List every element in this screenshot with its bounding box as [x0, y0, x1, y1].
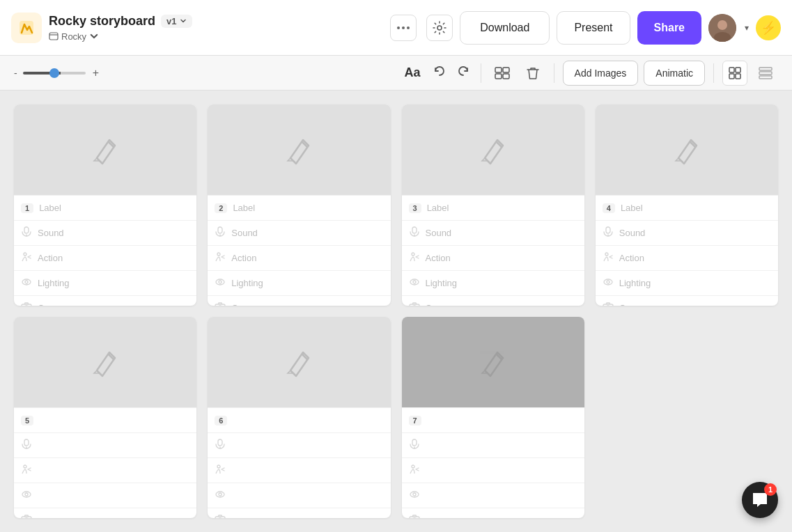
version-badge[interactable]: v1	[161, 15, 192, 28]
field-sound[interactable]	[14, 432, 196, 457]
field-sound[interactable]: Sound	[208, 220, 390, 245]
card-fields: 5	[14, 407, 196, 518]
add-images-button[interactable]: Add Images	[563, 61, 639, 86]
avatar[interactable]	[708, 14, 736, 42]
card-image	[402, 104, 584, 195]
field-sound[interactable]	[208, 432, 390, 457]
grid-view-button[interactable]	[753, 61, 778, 86]
field-label[interactable]: 1 Label	[14, 195, 196, 220]
field-camera[interactable]: Camera	[402, 295, 584, 306]
font-button[interactable]: Aa	[401, 63, 425, 83]
avatar-caret[interactable]: ▾	[745, 23, 749, 33]
field-lighting[interactable]	[208, 483, 390, 508]
svg-rect-53	[606, 227, 610, 233]
more-menu-button[interactable]	[390, 15, 417, 41]
eye-icon	[603, 276, 614, 290]
eye-icon	[409, 489, 420, 503]
share-button[interactable]: Share	[637, 11, 701, 45]
storyboard-card-4[interactable]: 4 Label Sound Action Lighting	[596, 104, 778, 306]
camera-icon	[409, 302, 420, 306]
svg-point-37	[218, 306, 222, 306]
trash-button[interactable]	[520, 61, 545, 86]
list-view-button[interactable]	[722, 61, 747, 86]
field-sound[interactable]: Sound	[14, 220, 196, 245]
field-lighting[interactable]: Lighting	[596, 270, 778, 295]
storyboard-card-6[interactable]: 6	[208, 317, 390, 518]
zoom-out-button[interactable]: -	[14, 68, 17, 79]
svg-point-78	[216, 492, 224, 497]
storyboard-card-2[interactable]: 2 Label Sound Action Lighting	[208, 104, 390, 306]
redo-button[interactable]	[454, 62, 472, 84]
microphone-icon	[409, 226, 420, 240]
field-action[interactable]: Action	[208, 245, 390, 270]
download-button[interactable]: Download	[460, 11, 550, 45]
field-camera[interactable]: Camera	[208, 295, 390, 306]
action-icon	[603, 251, 614, 265]
field-sound[interactable]: Sound	[596, 220, 778, 245]
chat-bubble-button[interactable]: 1	[742, 482, 778, 518]
svg-rect-9	[495, 68, 502, 72]
storyboard-card-7[interactable]: 7	[402, 317, 584, 518]
field-lighting[interactable]	[14, 483, 196, 508]
field-camera[interactable]	[208, 508, 390, 518]
svg-point-89	[410, 492, 419, 497]
field-camera[interactable]	[14, 508, 196, 518]
settings-button[interactable]	[426, 15, 453, 41]
field-label[interactable]: 7	[402, 407, 584, 432]
svg-point-35	[219, 281, 222, 283]
svg-rect-11	[495, 74, 502, 79]
svg-point-88	[412, 465, 414, 468]
header: Rocky storyboard v1 Rocky Download Prese…	[0, 0, 792, 56]
field-label[interactable]: 3 Label	[402, 195, 584, 220]
field-action[interactable]	[208, 457, 390, 483]
camera-icon	[21, 514, 32, 519]
field-lighting[interactable]: Lighting	[208, 270, 390, 295]
svg-point-66	[24, 465, 26, 468]
field-label[interactable]: 4 Label	[596, 195, 778, 220]
field-camera[interactable]	[402, 508, 584, 518]
zoom-slider[interactable]	[23, 72, 86, 75]
project-nav[interactable]: Rocky	[49, 31, 192, 42]
field-lighting[interactable]: Lighting	[402, 270, 584, 295]
storyboard-card-5[interactable]: 5	[14, 317, 196, 518]
undo-button[interactable]	[430, 62, 449, 84]
storyboard-card-1[interactable]: 1 Label Sound Action Lighting	[14, 104, 196, 306]
field-camera[interactable]: Camera	[14, 295, 196, 306]
field-action[interactable]: Action	[596, 245, 778, 270]
field-lighting[interactable]: Lighting	[14, 270, 196, 295]
field-sound[interactable]: Sound	[402, 220, 584, 245]
svg-point-2	[397, 26, 400, 29]
eye-icon	[21, 489, 32, 503]
field-sound[interactable]	[402, 432, 584, 457]
storyboard-card-3[interactable]: 3 Label Sound Action Lighting	[402, 104, 584, 306]
pencil-icon	[88, 345, 122, 379]
microphone-icon	[215, 439, 226, 453]
svg-point-81	[218, 518, 222, 519]
title-area: Rocky storyboard v1 Rocky	[49, 14, 192, 42]
zoom-in-button[interactable]: +	[93, 67, 99, 79]
field-lighting[interactable]	[402, 483, 584, 508]
pencil-icon	[476, 345, 510, 379]
camera-icon	[215, 302, 226, 306]
field-label[interactable]: 2 Label	[208, 195, 390, 220]
lightning-button[interactable]: ⚡	[756, 15, 781, 40]
animatic-button[interactable]: Animatic	[644, 61, 705, 86]
svg-rect-86	[412, 439, 417, 446]
eye-icon	[215, 276, 226, 290]
field-camera[interactable]: Camera	[596, 295, 778, 306]
frames-button[interactable]	[490, 61, 515, 86]
field-action[interactable]: Action	[402, 245, 584, 270]
field-action[interactable]	[402, 457, 584, 483]
toolbar: - + Aa Add Images Animatic	[0, 56, 792, 91]
field-action[interactable]	[14, 457, 196, 483]
card-fields: 3 Label Sound Action Lighting	[402, 195, 584, 306]
pencil-icon	[670, 133, 704, 166]
pencil-icon	[476, 133, 510, 166]
field-action[interactable]: Action	[14, 245, 196, 270]
field-label[interactable]: 5	[14, 407, 196, 432]
card-fields: 7	[402, 407, 584, 518]
field-label[interactable]: 6	[208, 407, 390, 432]
svg-point-79	[219, 493, 222, 496]
present-button[interactable]: Present	[557, 11, 630, 45]
camera-icon	[409, 514, 420, 519]
